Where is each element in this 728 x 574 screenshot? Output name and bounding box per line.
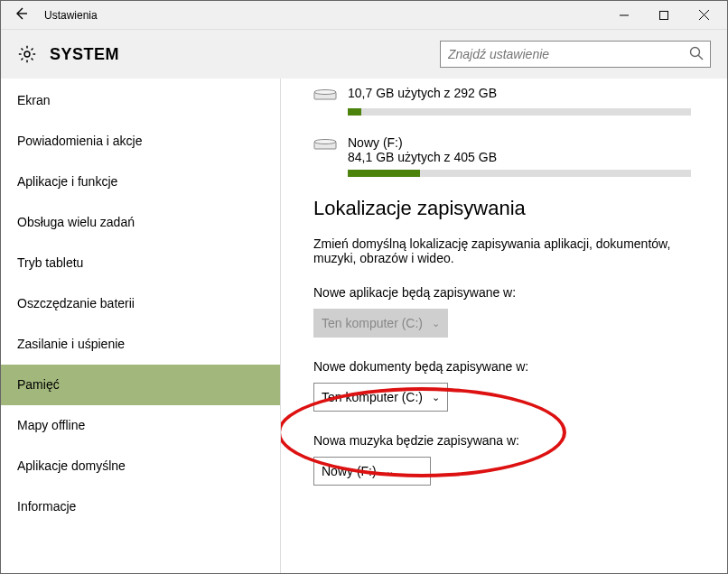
content-pane: 10,7 GB użytych z 292 GBNowy (F:)84,1 GB…: [281, 79, 727, 574]
drive-usage: 10,7 GB użytych z 292 GB: [348, 86, 497, 100]
drive-progress: [348, 170, 691, 177]
chevron-down-icon: ⌄: [432, 392, 440, 403]
save-location-label: Nowa muzyka będzie zapisywana w:: [313, 433, 702, 448]
search-input[interactable]: [440, 41, 711, 68]
titlebar: Ustawienia: [1, 1, 727, 30]
svg-point-5: [691, 48, 700, 57]
close-button[interactable]: [684, 1, 723, 30]
sidebar-item[interactable]: Tryb tabletu: [1, 243, 280, 283]
window-title: Ustawienia: [37, 9, 604, 22]
svg-line-6: [698, 55, 703, 60]
sidebar-item[interactable]: Mapy offline: [1, 405, 280, 446]
drive-icon: [313, 88, 339, 103]
save-location-label: Nowe dokumenty będą zapisywane w:: [313, 359, 702, 374]
drive-row: 10,7 GB użytych z 292 GB: [313, 86, 702, 103]
sidebar-item[interactable]: Ekran: [1, 80, 280, 121]
page-title: SYSTEM: [50, 45, 440, 64]
sidebar-item[interactable]: Informacje: [1, 486, 280, 527]
dropdown-value: Ten komputer (C:): [322, 390, 423, 404]
drive-name: Nowy (F:): [348, 135, 497, 150]
sidebar-item[interactable]: Aplikacje i funkcje: [1, 162, 280, 202]
sidebar-item[interactable]: Pamięć: [1, 365, 280, 405]
section-description: Zmień domyślną lokalizację zapisywania a…: [313, 236, 693, 265]
svg-point-4: [24, 51, 30, 57]
sidebar-item[interactable]: Powiadomienia i akcje: [1, 121, 280, 162]
chevron-down-icon: ⌄: [432, 318, 440, 329]
drive-row: Nowy (F:)84,1 GB użytych z 405 GB: [313, 135, 702, 164]
svg-point-10: [314, 140, 336, 144]
sidebar-item[interactable]: Obsługa wielu zadań: [1, 202, 280, 243]
minimize-button[interactable]: [604, 1, 644, 30]
search-icon: [689, 46, 704, 63]
drive-usage: 84,1 GB użytych z 405 GB: [348, 150, 497, 164]
sidebar-item[interactable]: Aplikacje domyślne: [1, 446, 280, 486]
chevron-down-icon: ⌄: [386, 466, 394, 477]
search-wrap: [440, 41, 711, 68]
section-heading: Lokalizacje zapisywania: [313, 197, 702, 220]
sidebar-item[interactable]: Zasilanie i uśpienie: [1, 324, 280, 365]
svg-rect-1: [660, 11, 668, 19]
save-location-label: Nowe aplikacje będą zapisywane w:: [313, 285, 702, 300]
dropdown-value: Ten komputer (C:): [322, 316, 423, 330]
svg-point-8: [314, 90, 336, 95]
header: SYSTEM: [1, 30, 727, 79]
save-location-dropdown: Ten komputer (C:)⌄: [313, 309, 448, 338]
back-button[interactable]: [5, 6, 37, 24]
sidebar-item[interactable]: Oszczędzanie baterii: [1, 283, 280, 324]
gear-icon: [17, 44, 37, 64]
drive-icon: [313, 138, 339, 153]
dropdown-value: Nowy (F:): [322, 464, 377, 478]
drive-progress: [348, 108, 691, 116]
save-location-dropdown[interactable]: Nowy (F:)⌄: [313, 457, 431, 486]
sidebar: EkranPowiadomienia i akcjeAplikacje i fu…: [1, 79, 281, 574]
maximize-button[interactable]: [644, 1, 684, 30]
save-location-dropdown[interactable]: Ten komputer (C:)⌄: [313, 383, 448, 412]
window-controls: [604, 1, 723, 30]
